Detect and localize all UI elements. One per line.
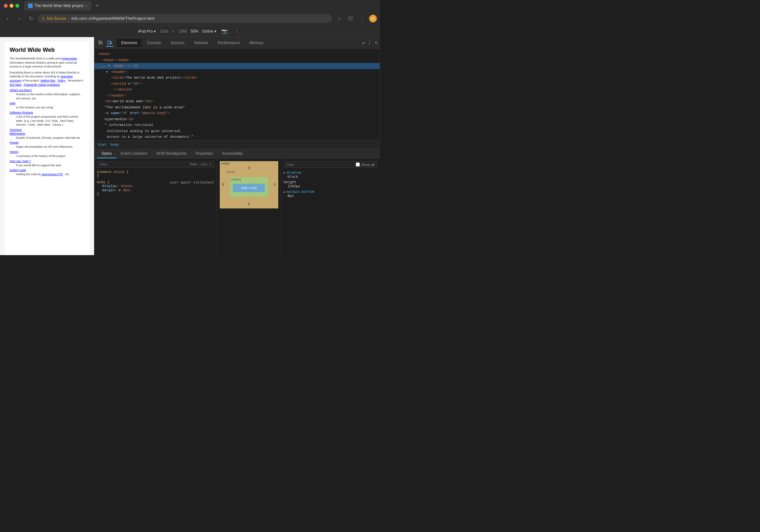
help-link[interactable]: Help <box>10 102 84 105</box>
cls-button[interactable]: .cls <box>199 162 207 166</box>
not-secure-label: Not Secure <box>47 16 66 21</box>
bm-margin-right: 8 <box>274 183 276 186</box>
people-link[interactable]: People <box>10 141 84 144</box>
tab-styles[interactable]: Styles <box>97 149 117 158</box>
comp-val-height: 1342px <box>288 184 377 188</box>
anon-ftp-link[interactable]: anonymous FTP <box>42 173 63 176</box>
history-link[interactable]: History <box>10 150 84 154</box>
box-model-panel: margin 8 8 border - - <box>217 158 281 255</box>
minimize-window-button[interactable] <box>10 4 14 8</box>
breadcrumb-bar: html body <box>94 140 380 149</box>
title-bar: The World Wide Web project × + <box>0 0 380 12</box>
show-all-checkbox[interactable]: Show all <box>356 162 375 166</box>
address-bar[interactable]: ⚠ Not Secure | info.cern.ch/hypertext/WW… <box>38 14 332 23</box>
device-toolbar-icon[interactable] <box>106 39 114 47</box>
webpage-content: World Wide Web The WorldWideWeb (W3) is … <box>5 42 89 255</box>
tab-close-button[interactable]: × <box>85 4 87 8</box>
dimension-separator: × <box>172 29 174 33</box>
bibliography-link[interactable]: Bibliography <box>10 132 84 135</box>
tab-event-listeners[interactable]: Event Listeners <box>117 149 152 158</box>
policy-link[interactable]: Policy <box>58 79 66 82</box>
html-line-text2[interactable]: " information retrieval <box>94 122 380 128</box>
tab-console[interactable]: Console <box>142 39 166 47</box>
comp-arrow-margin[interactable]: ▶ <box>284 190 285 194</box>
zoom-label: 50% <box>191 29 198 33</box>
active-tab[interactable]: The World Wide Web project × <box>24 1 91 11</box>
new-tab-button[interactable]: + <box>93 2 101 10</box>
computed-panel: Show all ▶ display block <box>281 158 380 255</box>
breadcrumb-body[interactable]: body <box>111 143 119 147</box>
mailing-lists-link[interactable]: Mailing lists <box>41 79 56 82</box>
height-value: 1366 <box>178 29 187 33</box>
add-style-button[interactable]: + <box>209 162 212 166</box>
device-more-button[interactable]: ⋮ <box>233 27 242 36</box>
styles-filter-input[interactable] <box>100 162 186 166</box>
screenshot-button[interactable]: 📷 <box>220 27 229 36</box>
extensions-button[interactable]: ⬛ <box>346 14 355 23</box>
comp-name-margin-bottom[interactable]: ▶ margin-bottom <box>284 190 377 194</box>
html-line-h1[interactable]: <h1>World Wide Web</h1> <box>94 99 380 105</box>
html-line-text3[interactable]: initiative aiming to give universal <box>94 128 380 134</box>
devtools-close-button[interactable]: × <box>375 40 377 46</box>
breadcrumb-html[interactable]: html <box>98 143 107 147</box>
traffic-lights <box>4 4 19 8</box>
html-line-head[interactable]: <head></head> <box>94 57 380 63</box>
page-intro: The WorldWideWeb (W3) is a wide-area hyp… <box>10 57 84 69</box>
html-line-nextid-close[interactable]: </nextid> <box>94 87 380 93</box>
back-button[interactable]: ‹ <box>3 14 12 23</box>
tab-memory[interactable]: Memory <box>245 39 268 47</box>
forward-button[interactable]: › <box>15 14 24 23</box>
html-line-header-close[interactable]: </header> <box>94 93 380 99</box>
how-can-i-help-link[interactable]: How can I help ? <box>10 159 84 163</box>
security-icon: ⚠ <box>42 16 45 21</box>
tab-sources[interactable]: Sources <box>166 39 189 47</box>
close-window-button[interactable] <box>4 4 8 8</box>
svg-rect-6 <box>108 41 110 44</box>
html-line-title[interactable]: <title>The World Wide Web project</title… <box>94 75 380 81</box>
computed-filter-input[interactable] <box>287 163 354 166</box>
html-line-text1[interactable]: "The WorldWideWeb (W3) is a wide-area" <box>94 105 380 111</box>
html-line-a[interactable]: <a name="0" href="WhatIs.html"> <box>94 110 380 116</box>
w3news-link[interactable]: W3 news <box>10 83 22 86</box>
hypermedia-link[interactable]: hypermedia <box>62 57 77 60</box>
html-line-body[interactable]: ... ▼ <body> == $0 <box>94 63 380 69</box>
technical-link[interactable]: Technical <box>10 128 84 131</box>
show-all-check[interactable] <box>356 162 360 166</box>
tab-bar: The World Wide Web project × + <box>22 0 376 11</box>
tab-network[interactable]: Network <box>190 39 213 47</box>
user-avatar[interactable]: A <box>369 15 377 22</box>
html-line-text4[interactable]: access to a large universe of documents.… <box>94 134 380 140</box>
hov-button[interactable]: :hov <box>188 162 197 166</box>
comp-prop-height: height 1342px <box>284 180 377 188</box>
tab-dom-breakpoints[interactable]: DOM Breakpoints <box>152 149 191 158</box>
page-para2: Everything there is online about W3 is l… <box>10 71 84 87</box>
bookmark-button[interactable]: ☆ <box>335 14 344 23</box>
more-tabs-button[interactable]: » <box>362 40 365 46</box>
tab-performance[interactable]: Performance <box>214 39 244 47</box>
html-line-hypermedia[interactable]: hypermedia</a> <box>94 116 380 122</box>
comp-arrow-display[interactable]: ▶ <box>284 171 285 174</box>
software-products-link[interactable]: Software Products <box>10 111 84 114</box>
tab-properties[interactable]: Properties <box>191 149 217 158</box>
zoom-select[interactable]: 50% <box>191 29 198 33</box>
bibliography-desc: Details of protocols, formats, program i… <box>16 136 84 140</box>
html-line-html[interactable]: <html> <box>94 51 380 57</box>
comp-name-display[interactable]: ▶ display <box>284 170 377 175</box>
maximize-window-button[interactable] <box>15 4 19 8</box>
html-line-header[interactable]: ▼ <header> <box>94 69 380 75</box>
help-desc: on the browser you are using <box>16 106 84 110</box>
inspect-icon[interactable] <box>97 39 105 47</box>
refresh-button[interactable]: ↻ <box>26 14 35 23</box>
html-line-nextid[interactable]: <nextid n="55"> <box>94 81 380 87</box>
getting-code-link[interactable]: Getting code <box>10 168 84 172</box>
device-select[interactable]: iPad Pro ▾ <box>138 29 156 33</box>
devtools-settings-button[interactable]: ⋮ <box>367 40 372 46</box>
more-button[interactable]: ⋮ <box>357 14 366 23</box>
online-select[interactable]: Online ▾ <box>202 29 216 33</box>
tab-elements[interactable]: Elements <box>117 39 142 47</box>
intro-rest: information retrieval initiative aiming … <box>10 61 77 68</box>
faq-link[interactable]: Frequently Asked Questions <box>24 83 60 86</box>
whats-out-there-link[interactable]: What's out there? <box>10 89 84 92</box>
tab-accessibility[interactable]: Accessibility <box>217 149 247 158</box>
svg-rect-7 <box>111 42 112 44</box>
